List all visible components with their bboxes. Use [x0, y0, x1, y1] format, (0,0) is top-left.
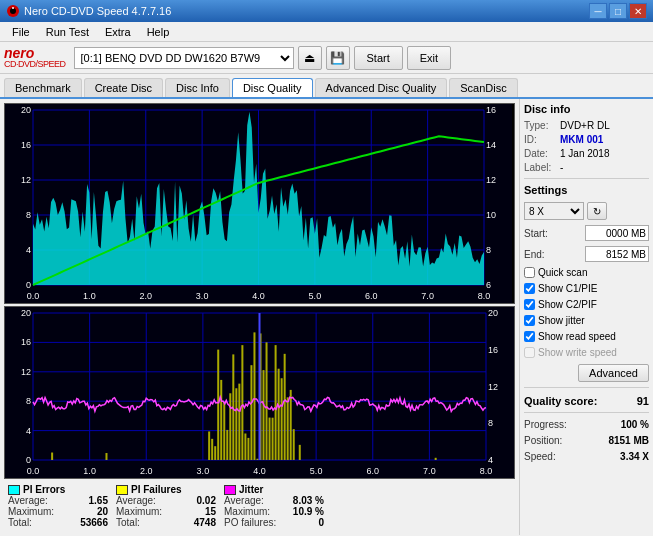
start-input[interactable]: [585, 225, 649, 241]
settings-title: Settings: [524, 184, 649, 196]
show-c2-pif-label: Show C2/PIF: [538, 299, 597, 310]
show-c2-pif-checkbox[interactable]: [524, 299, 535, 310]
show-write-speed-checkbox: [524, 347, 535, 358]
eject-icon-btn[interactable]: ⏏: [298, 46, 322, 70]
show-jitter-label: Show jitter: [538, 315, 585, 326]
show-read-speed-checkbox[interactable]: [524, 331, 535, 342]
divider-1: [524, 178, 649, 179]
speed-select[interactable]: 8 X: [524, 202, 584, 220]
pi-failures-label: PI Failures: [131, 484, 182, 495]
advanced-button[interactable]: Advanced: [578, 364, 649, 382]
title-bar: Nero CD-DVD Speed 4.7.7.16 ─ □ ✕: [0, 0, 653, 22]
type-value: DVD+R DL: [560, 120, 610, 131]
tab-disc-quality[interactable]: Disc Quality: [232, 78, 313, 97]
divider-3: [524, 412, 649, 413]
minimize-button[interactable]: ─: [589, 3, 607, 19]
progress-value: 100 %: [621, 419, 649, 430]
quality-score-label: Quality score:: [524, 395, 597, 407]
menu-extra[interactable]: Extra: [97, 24, 139, 40]
pi-errors-color: [8, 485, 20, 495]
quick-scan-label: Quick scan: [538, 267, 587, 278]
right-panel: Disc info Type: DVD+R DL ID: MKM 001 Dat…: [519, 99, 653, 535]
main-content: PI Errors Average: 1.65 Maximum: 20 Tota…: [0, 99, 653, 535]
id-value: MKM 001: [560, 134, 603, 145]
svg-point-2: [12, 7, 14, 9]
menu-file[interactable]: File: [4, 24, 38, 40]
quality-score-value: 91: [637, 395, 649, 407]
progress-label: Progress:: [524, 419, 567, 430]
toolbar: nero CD·DVD/SPEED [0:1] BENQ DVD DD DW16…: [0, 42, 653, 74]
pi-errors-legend: PI Errors Average: 1.65 Maximum: 20 Tota…: [8, 484, 108, 528]
end-field-label: End:: [524, 249, 545, 260]
position-value: 8151 MB: [608, 435, 649, 446]
refresh-icon-btn[interactable]: ↻: [587, 202, 607, 220]
type-label: Type:: [524, 120, 556, 131]
pi-failures-color: [116, 485, 128, 495]
pi-failures-legend: PI Failures Average: 0.02 Maximum: 15 To…: [116, 484, 216, 528]
divider-2: [524, 387, 649, 388]
date-value: 1 Jan 2018: [560, 148, 610, 159]
label-label: Label:: [524, 162, 556, 173]
tab-scan-disc[interactable]: ScanDisc: [449, 78, 517, 97]
close-button[interactable]: ✕: [629, 3, 647, 19]
top-chart: [4, 103, 515, 304]
quick-scan-checkbox[interactable]: [524, 267, 535, 278]
jitter-color: [224, 485, 236, 495]
legend-area: PI Errors Average: 1.65 Maximum: 20 Tota…: [4, 481, 515, 531]
menu-bar: File Run Test Extra Help: [0, 22, 653, 42]
speed-label: Speed:: [524, 451, 556, 462]
save-icon-btn[interactable]: 💾: [326, 46, 350, 70]
speed-value: 3.34 X: [620, 451, 649, 462]
maximize-button[interactable]: □: [609, 3, 627, 19]
exit-button[interactable]: Exit: [407, 46, 451, 70]
menu-run-test[interactable]: Run Test: [38, 24, 97, 40]
jitter-label: Jitter: [239, 484, 263, 495]
charts-area: PI Errors Average: 1.65 Maximum: 20 Tota…: [0, 99, 519, 535]
show-c1-pie-checkbox[interactable]: [524, 283, 535, 294]
show-c1-pie-label: Show C1/PIE: [538, 283, 597, 294]
tab-disc-info[interactable]: Disc Info: [165, 78, 230, 97]
nero-logo: nero CD·DVD/SPEED: [4, 46, 66, 69]
drive-select[interactable]: [0:1] BENQ DVD DD DW1620 B7W9: [74, 47, 294, 69]
disc-info-title: Disc info: [524, 103, 649, 115]
id-label: ID:: [524, 134, 556, 145]
tab-create-disc[interactable]: Create Disc: [84, 78, 163, 97]
start-button[interactable]: Start: [354, 46, 403, 70]
show-jitter-checkbox[interactable]: [524, 315, 535, 326]
title-text: Nero CD-DVD Speed 4.7.7.16: [24, 5, 171, 17]
tabs: Benchmark Create Disc Disc Info Disc Qua…: [0, 74, 653, 99]
app-icon: [6, 4, 20, 18]
date-label: Date:: [524, 148, 556, 159]
end-input[interactable]: [585, 246, 649, 262]
position-label: Position:: [524, 435, 562, 446]
jitter-legend: Jitter Average: 8.03 % Maximum: 10.9 % P…: [224, 484, 324, 528]
tab-benchmark[interactable]: Benchmark: [4, 78, 82, 97]
show-read-speed-label: Show read speed: [538, 331, 616, 342]
menu-help[interactable]: Help: [139, 24, 178, 40]
pi-errors-label: PI Errors: [23, 484, 65, 495]
label-value: -: [560, 162, 563, 173]
start-field-label: Start:: [524, 228, 548, 239]
tab-advanced-disc-quality[interactable]: Advanced Disc Quality: [315, 78, 448, 97]
bottom-chart: [4, 306, 515, 479]
show-write-speed-label: Show write speed: [538, 347, 617, 358]
